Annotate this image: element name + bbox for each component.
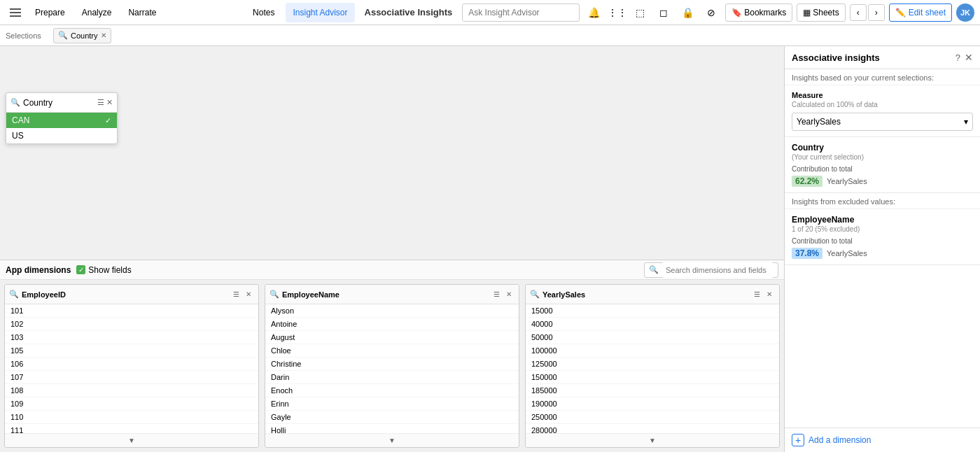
- list-item[interactable]: Darin: [265, 371, 519, 384]
- list-item[interactable]: 106: [5, 358, 258, 371]
- bell-icon[interactable]: 🔔: [584, 3, 603, 22]
- bookmarks-button[interactable]: 🔖 Bookmarks: [725, 3, 792, 22]
- measure-dropdown[interactable]: YearlySales ▾: [792, 113, 973, 131]
- prev-arrow[interactable]: ‹: [850, 4, 867, 21]
- country-listbox: 🔍 Country ☰ ✕ CAN ✓ US: [6, 92, 118, 144]
- remove-selection-icon[interactable]: ✕: [101, 31, 106, 39]
- toolbar-left: Prepare Analyze Narrate: [6, 3, 243, 22]
- tab-prepare[interactable]: Prepare: [28, 3, 72, 22]
- avatar[interactable]: JK: [956, 3, 974, 22]
- list-item[interactable]: 102: [5, 318, 258, 331]
- lock-icon[interactable]: 🔒: [678, 3, 697, 22]
- list-item[interactable]: 107: [5, 371, 258, 384]
- list-item[interactable]: Holli: [265, 424, 519, 433]
- yearlysales-rows: 1500040000500001000001250001500001850001…: [526, 304, 779, 433]
- list-item[interactable]: 125000: [526, 358, 779, 371]
- tab-narrate[interactable]: Narrate: [121, 3, 163, 22]
- list-icon[interactable]: ☰: [97, 98, 104, 107]
- list-item[interactable]: 100000: [526, 344, 779, 358]
- list-item[interactable]: 280000: [526, 424, 779, 433]
- list-item[interactable]: Antoine: [265, 318, 519, 331]
- svg-rect-0: [10, 8, 21, 10]
- country-item-us[interactable]: US: [6, 128, 117, 143]
- sheets-icon: ▦: [803, 8, 811, 17]
- tab-analyze[interactable]: Analyze: [75, 3, 119, 22]
- yearlysales-close-icon[interactable]: ✕: [764, 289, 775, 300]
- employeeid-scroll-down[interactable]: ▼: [5, 433, 258, 447]
- list-item[interactable]: 190000: [526, 397, 779, 411]
- toolbar-right: ⬚ ◻ 🔒 ⊘ 🔖 Bookmarks ▦ Sheets ‹ › ✏️ Edit…: [630, 3, 974, 22]
- hamburger-menu[interactable]: [6, 3, 25, 22]
- right-panel-close-icon[interactable]: ✕: [965, 52, 973, 63]
- show-fields-label: Show fields: [88, 265, 131, 275]
- country-card-subtitle: (Your current selection): [792, 153, 973, 161]
- app-dimensions-title: App dimensions: [6, 265, 71, 275]
- excluded-label: Insights from excluded values:: [792, 197, 973, 206]
- show-fields-checkbox[interactable]: ✓: [76, 265, 85, 274]
- list-item[interactable]: 15000: [526, 304, 779, 318]
- toolbar-center: Notes Insight Advisor Associative Insigh…: [246, 3, 627, 22]
- edit-sheet-button[interactable]: ✏️ Edit sheet: [889, 3, 952, 22]
- list-item[interactable]: August: [265, 331, 519, 344]
- clear-selection-icon[interactable]: ⊘: [701, 3, 721, 22]
- list-item[interactable]: 101: [5, 304, 258, 318]
- lasso-tool-icon[interactable]: ◻: [654, 3, 673, 22]
- country-item-can[interactable]: CAN ✓: [6, 113, 117, 128]
- list-item[interactable]: 103: [5, 331, 258, 344]
- list-item[interactable]: 50000: [526, 331, 779, 344]
- employeeid-list-icon[interactable]: ☰: [230, 289, 241, 300]
- list-item[interactable]: 111: [5, 424, 258, 433]
- list-item[interactable]: 105: [5, 344, 258, 358]
- list-item[interactable]: 150000: [526, 371, 779, 384]
- list-item[interactable]: 109: [5, 397, 258, 411]
- employeename-close-icon[interactable]: ✕: [503, 289, 514, 300]
- top-toolbar: Prepare Analyze Narrate Notes Insight Ad…: [0, 0, 980, 25]
- yearlysales-list-icon[interactable]: ☰: [751, 289, 762, 300]
- insight-advisor-input[interactable]: [462, 3, 580, 22]
- tab-insight-advisor[interactable]: Insight Advisor: [286, 3, 354, 22]
- list-item[interactable]: 108: [5, 384, 258, 397]
- selections-bar: Selections 🔍 Country ✕: [0, 25, 980, 46]
- list-item[interactable]: 185000: [526, 384, 779, 397]
- employeename-list-icon[interactable]: ☰: [491, 289, 502, 300]
- help-icon[interactable]: ?: [955, 52, 960, 63]
- dimensions-search-input[interactable]: [662, 262, 774, 278]
- list-item[interactable]: 40000: [526, 318, 779, 331]
- list-item[interactable]: Gayle: [265, 411, 519, 424]
- list-item[interactable]: Christine: [265, 358, 519, 371]
- yearlysales-column: 🔍 YearlySales ☰ ✕ 1500040000500001000001…: [525, 284, 780, 448]
- sheets-button[interactable]: ▦ Sheets: [797, 3, 845, 22]
- select-tool-icon[interactable]: ⬚: [630, 3, 650, 22]
- employeeid-close-icon[interactable]: ✕: [243, 289, 254, 300]
- grid-icon[interactable]: ⋮⋮: [608, 3, 627, 22]
- employeename-scroll-down[interactable]: ▼: [265, 433, 519, 447]
- measure-sublabel: Calculated on 100% of data: [792, 101, 973, 108]
- employeename-rows: AlysonAntoineAugustChloeChristineDarinEn…: [265, 304, 519, 433]
- next-arrow[interactable]: ›: [868, 4, 885, 21]
- list-item[interactable]: Enoch: [265, 384, 519, 397]
- data-columns: 🔍 EmployeeID ☰ ✕ 10110210310510610710810…: [0, 280, 784, 452]
- list-item[interactable]: Erinn: [265, 397, 519, 411]
- employeename-contribution-label: Contribution to total: [792, 237, 973, 245]
- excluded-section: Insights from excluded values:: [785, 193, 980, 209]
- add-dimension-row[interactable]: + Add a dimension: [785, 428, 980, 452]
- close-icon[interactable]: ✕: [106, 98, 113, 107]
- app-dimensions-header: App dimensions ✓ Show fields 🔍: [0, 260, 784, 280]
- country-pct-badge: 62.2%: [792, 176, 822, 187]
- employeeid-actions: ☰ ✕: [230, 289, 254, 300]
- list-item[interactable]: Alyson: [265, 304, 519, 318]
- country-selection-chip[interactable]: 🔍 Country ✕: [53, 28, 111, 43]
- employeename-pct-badge: 37.8%: [792, 248, 822, 259]
- country-listbox-header: 🔍 Country ☰ ✕: [6, 93, 117, 113]
- tab-notes[interactable]: Notes: [246, 3, 281, 22]
- list-item[interactable]: 110: [5, 411, 258, 424]
- list-item[interactable]: 250000: [526, 411, 779, 424]
- yearlysales-actions: ☰ ✕: [751, 289, 775, 300]
- yearlysales-scroll-down[interactable]: ▼: [526, 433, 779, 447]
- list-item[interactable]: Chloe: [265, 344, 519, 358]
- yearlysales-header: 🔍 YearlySales ☰ ✕: [526, 285, 779, 304]
- country-contribution-label: Contribution to total: [792, 165, 973, 173]
- country-field-label: YearlySales: [827, 177, 867, 185]
- country-contribution-row: 62.2% YearlySales: [792, 176, 973, 187]
- dimensions-search-box[interactable]: 🔍: [644, 262, 778, 278]
